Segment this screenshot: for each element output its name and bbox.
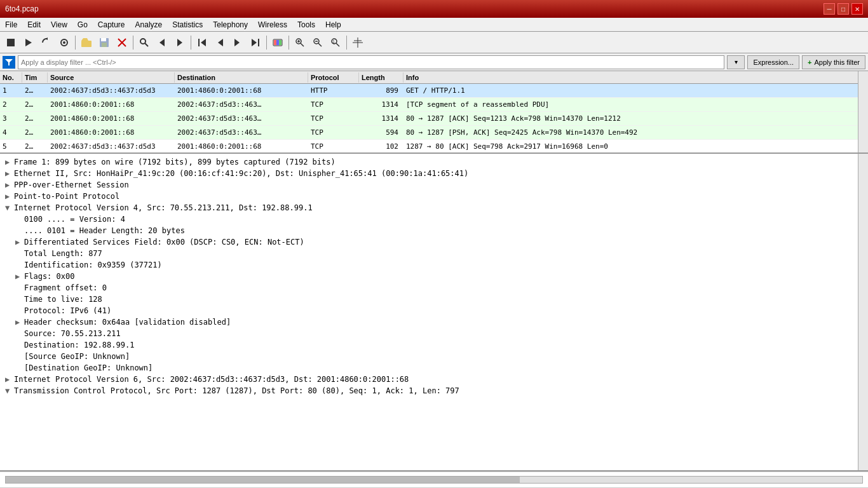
toolbar-back-button[interactable] xyxy=(154,34,170,51)
menu-help[interactable]: Help xyxy=(320,18,346,31)
expand-pppoe-icon[interactable]: ▶ xyxy=(5,180,14,189)
toolbar-forward-button[interactable] xyxy=(172,34,188,51)
menu-view[interactable]: View xyxy=(46,18,72,31)
horizontal-scrollbar[interactable] xyxy=(5,476,863,484)
expand-dscp-icon[interactable]: ▶ xyxy=(15,238,24,247)
toolbar-next-button[interactable] xyxy=(229,34,246,51)
packet-detail[interactable]: ▶ Frame 1: 899 bytes on wire (7192 bits)… xyxy=(0,154,868,471)
toolbar-prev-button[interactable] xyxy=(212,34,228,51)
apply-filter-button[interactable]: + Apply this filter xyxy=(802,55,865,69)
expand-dstip-icon xyxy=(15,341,24,349)
detail-row-ethernet[interactable]: ▶ Ethernet II, Src: HonHaiPr_41:9c:20 (0… xyxy=(0,168,868,179)
detail-row-ppp[interactable]: ▶ Point-to-Point Protocol xyxy=(0,191,868,202)
toolbar-last-button[interactable] xyxy=(247,34,264,51)
toolbar-open-button[interactable] xyxy=(78,34,95,51)
toolbar-zoom-reset-button[interactable]: 1 xyxy=(327,34,344,51)
detail-text-frag: Fragment offset: 0 xyxy=(24,283,107,292)
toolbar-reload-button[interactable] xyxy=(38,34,55,51)
detail-row-flags[interactable]: ▶ Flags: 0x00 xyxy=(0,271,868,282)
cell-proto: TCP xyxy=(308,113,359,124)
detail-text-checksum: Header checksum: 0x64aa [validation disa… xyxy=(24,318,231,327)
toolbar-options-button[interactable] xyxy=(56,34,72,51)
expand-srcgeo-icon xyxy=(15,352,24,361)
expand-ipv4-icon[interactable]: ▼ xyxy=(5,203,14,212)
menu-analyze[interactable]: Analyze xyxy=(130,18,168,31)
filter-icon xyxy=(3,56,15,69)
toolbar-stop-button[interactable] xyxy=(3,34,19,51)
table-row[interactable]: 2 2… 2001:4860:0:2001::68 2002:4637:d5d3… xyxy=(0,98,868,112)
toolbar-resize-button[interactable] xyxy=(349,34,366,51)
packet-list[interactable]: No. Tim Source Destination Protocol Leng… xyxy=(0,71,868,154)
toolbar-start-button[interactable] xyxy=(20,34,37,51)
detail-row-checksum[interactable]: ▶ Header checksum: 0x64aa [validation di… xyxy=(0,316,868,328)
cell-no: 3 xyxy=(0,113,22,124)
detail-row-pppoe[interactable]: ▶ PPP-over-Ethernet Session xyxy=(0,179,868,191)
detail-text-dstip: Destination: 192.88.99.1 xyxy=(24,341,134,349)
detail-text-pppoe: PPP-over-Ethernet Session xyxy=(14,180,129,189)
svg-marker-14 xyxy=(177,39,182,46)
detail-text-srcip: Source: 70.55.213.211 xyxy=(24,329,121,338)
expand-frag-icon xyxy=(15,283,24,292)
expand-checksum-icon[interactable]: ▶ xyxy=(15,318,24,327)
detail-scrollbar[interactable] xyxy=(858,154,868,470)
menu-capture[interactable]: Capture xyxy=(93,18,130,31)
maximize-button[interactable]: □ xyxy=(837,3,849,15)
detail-row-tcp[interactable]: ▼ Transmission Control Protocol, Src Por… xyxy=(0,385,868,396)
expand-ipv6-icon[interactable]: ▶ xyxy=(5,375,14,384)
cell-info: GET / HTTP/1.1 xyxy=(403,85,868,96)
expand-flags-icon[interactable]: ▶ xyxy=(15,272,24,281)
close-button[interactable]: ✕ xyxy=(851,3,863,15)
display-filter-input[interactable] xyxy=(18,55,724,69)
detail-text-ipv4: Internet Protocol Version 4, Src: 70.55.… xyxy=(14,203,313,212)
toolbar-colorize-button[interactable] xyxy=(269,34,286,51)
toolbar-separator-4 xyxy=(266,36,267,50)
menu-wireless[interactable]: Wireless xyxy=(253,18,292,31)
col-info: Info xyxy=(403,72,868,83)
expand-frame-icon[interactable]: ▶ xyxy=(5,158,14,166)
menu-telephony[interactable]: Telephony xyxy=(208,18,253,31)
toolbar-zoom-in-button[interactable] xyxy=(292,34,308,51)
packet-list-header: No. Tim Source Destination Protocol Leng… xyxy=(0,71,868,84)
menu-statistics[interactable]: Statistics xyxy=(167,18,208,31)
menu-go[interactable]: Go xyxy=(72,18,93,31)
detail-row-ipv6[interactable]: ▶ Internet Protocol Version 6, Src: 2002… xyxy=(0,374,868,385)
menu-tools[interactable]: Tools xyxy=(292,18,320,31)
detail-row-dscp[interactable]: ▶ Differentiated Services Field: 0x00 (D… xyxy=(0,236,868,248)
expand-ethernet-icon[interactable]: ▶ xyxy=(5,169,14,178)
detail-row-ipv4[interactable]: ▼ Internet Protocol Version 4, Src: 70.5… xyxy=(0,202,868,214)
toolbar-separator-6 xyxy=(346,36,347,50)
svg-rect-15 xyxy=(198,39,200,46)
svg-marker-1 xyxy=(25,39,32,46)
expand-srcip-icon xyxy=(15,329,24,338)
table-row[interactable]: 5 2… 2002:4637:d5d3::4637:d5d3 2001:4860… xyxy=(0,140,868,154)
svg-line-12 xyxy=(145,43,148,46)
expression-button[interactable]: Expression... xyxy=(747,55,799,69)
menu-file[interactable]: File xyxy=(0,18,22,31)
title-bar: 6to4.pcap ─ □ ✕ xyxy=(0,0,868,18)
toolbar-search-button[interactable] xyxy=(136,34,153,51)
filter-dropdown[interactable]: ▾ xyxy=(727,55,745,69)
expand-ttl-icon xyxy=(15,295,24,304)
table-row[interactable]: 3 2… 2001:4860:0:2001::68 2002:4637:d5d3… xyxy=(0,112,868,126)
expand-tcp-icon[interactable]: ▼ xyxy=(5,386,14,395)
menu-bar: File Edit View Go Capture Analyze Statis… xyxy=(0,18,868,32)
toolbar-first-button[interactable] xyxy=(194,34,210,51)
toolbar-close-button[interactable] xyxy=(114,34,130,51)
minimize-button[interactable]: ─ xyxy=(824,3,835,15)
table-row[interactable]: 4 2… 2001:4860:0:2001::68 2002:4637:d5d3… xyxy=(0,126,868,140)
toolbar-zoom-out-button[interactable] xyxy=(309,34,326,51)
hex-dump[interactable] xyxy=(0,471,868,488)
svg-rect-5 xyxy=(81,41,92,47)
expand-ppp-icon[interactable]: ▶ xyxy=(5,192,14,201)
scrollbar-thumb[interactable] xyxy=(6,477,520,483)
cell-info: 80 → 1287 [PSH, ACK] Seq=2425 Ack=798 Wi… xyxy=(403,127,868,138)
detail-text-ppp: Point-to-Point Protocol xyxy=(14,192,119,201)
detail-text-dscp: Differentiated Services Field: 0x00 (DSC… xyxy=(24,238,304,247)
menu-edit[interactable]: Edit xyxy=(22,18,46,31)
cell-no: 5 xyxy=(0,141,22,152)
packet-list-scrollbar[interactable] xyxy=(858,71,868,152)
filter-bar: ▾ Expression... + Apply this filter xyxy=(0,53,868,71)
detail-row-frame[interactable]: ▶ Frame 1: 899 bytes on wire (7192 bits)… xyxy=(0,156,868,168)
toolbar-save-button[interactable] xyxy=(96,34,112,51)
table-row[interactable]: 1 2… 2002:4637:d5d3::4637:d5d3 2001:4860… xyxy=(0,84,868,98)
